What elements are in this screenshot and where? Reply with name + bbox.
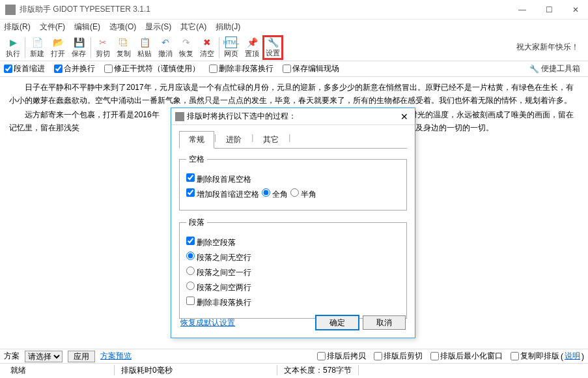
chk-del-non-para[interactable]: 删除非段落换行 [186, 297, 251, 308]
opt-copy-after[interactable]: 排版后拷贝 [317, 351, 366, 362]
bottom-bar: 方案 请选择 应用 方案预览 排版后拷贝 排版后剪切 排版后最小化窗口 复制即排… [0, 349, 588, 364]
greeting-text: 祝大家新年快乐！ [516, 42, 585, 53]
menubar: 排版(R) 文件(F) 编辑(E) 选项(O) 显示(S) 其它(A) 捐助(J… [0, 20, 588, 34]
tab-advanced[interactable]: 进阶 [216, 131, 251, 149]
restore-defaults-link[interactable]: 恢复成默认设置 [180, 317, 235, 328]
opt-copy-typeset[interactable]: 复制即排版(说明) [511, 351, 584, 362]
menu-file[interactable]: 文件(F) [40, 22, 65, 33]
opt-minimize-after[interactable]: 排版后最小化窗口 [430, 351, 503, 362]
tab-other[interactable]: 其它 [253, 131, 288, 149]
menu-display[interactable]: 显示(S) [145, 22, 171, 33]
menu-edit[interactable]: 编辑(E) [74, 22, 100, 33]
status-bar: 就绪 排版耗时0毫秒 文本长度：578字节 [0, 364, 588, 377]
wrench-icon: 🔧 [529, 65, 539, 74]
menu-options[interactable]: 选项(O) [109, 22, 136, 33]
settings-dialog: 排版时将执行以下选中的过程： ✕ 常规 | 进阶 | 其它 | 空格 删除段首尾… [171, 108, 415, 338]
opt-wrap[interactable]: 合并换行 [54, 63, 95, 74]
status-time: 排版耗时0毫秒 [115, 365, 277, 375]
radio-halfwidth[interactable]: 半角 [290, 188, 316, 200]
dialog-title: 排版时将执行以下选中的过程： [187, 111, 398, 122]
preview-link[interactable]: 方案预览 [100, 351, 132, 362]
webpage-button[interactable]: HTML网页 [221, 35, 242, 60]
app-icon [5, 5, 16, 15]
chk-del-empty-para[interactable]: 删除空段落 [186, 237, 236, 248]
clear-button[interactable]: ✖清空 [197, 35, 217, 60]
scheme-select[interactable]: 请选择 [25, 351, 63, 362]
menu-donate[interactable]: 捐助(J) [216, 22, 240, 33]
dialog-close-button[interactable]: ✕ [398, 111, 411, 122]
radio-no-blank[interactable]: 段落之间无空行 [186, 252, 251, 263]
execute-button[interactable]: ▶执行 [3, 35, 23, 60]
opt-indent[interactable]: 段首缩进 [4, 63, 45, 74]
chk-del-trailing[interactable]: 删除段首尾空格 [186, 173, 251, 185]
radio-fullwidth[interactable]: 全角 [262, 188, 288, 200]
maximize-button[interactable]: ☐ [542, 4, 557, 16]
save-button[interactable]: 💾保存 [68, 35, 89, 60]
tab-general[interactable]: 常规 [179, 131, 214, 149]
paragraph: 日子在平静和不平静中来到了2017年，元月应该是一个有点忙碌的月份，元旦的迎新，… [9, 81, 579, 107]
radio-one-blank[interactable]: 段落之间空一行 [186, 267, 251, 278]
group-paragraph: 段落 删除空段落 段落之间无空行 段落之间空一行 段落之间空两行 删除非段落换行 [179, 217, 407, 319]
apply-button[interactable]: 应用 [68, 351, 95, 362]
chk-add-indent[interactable]: 增加段首缩进空格 [186, 188, 259, 200]
new-button[interactable]: 📄新建 [27, 35, 48, 60]
redo-button[interactable]: ↷恢复 [176, 35, 197, 60]
ontop-button[interactable]: 📌置顶 [242, 35, 262, 60]
ok-button[interactable]: 确定 [316, 315, 359, 330]
dialog-tabs: 常规 | 进阶 | 其它 | [179, 130, 407, 149]
settings-button[interactable]: 🔧设置 [262, 35, 283, 60]
close-button[interactable]: ✕ [568, 4, 583, 16]
window-title: 排版助手 GIDOT TYPESETTER 3.1.1 [20, 4, 514, 15]
group-spaces: 空格 删除段首尾空格 增加段首缩进空格 全角 半角 [179, 154, 407, 211]
status-ready: 就绪 [4, 365, 115, 375]
radio-two-blank[interactable]: 段落之间空两行 [186, 282, 251, 293]
opt-delnon[interactable]: 删除非段落换行 [209, 63, 273, 74]
toolbar: ▶执行 📄新建 📂打开 💾保存 ✂剪切 ⿻复制 📋粘贴 ↶撤消 ↷恢复 ✖清空 … [0, 34, 588, 61]
status-length: 文本长度：578字节 [277, 365, 359, 375]
dialog-icon [175, 112, 184, 121]
cut-button[interactable]: ✂剪切 [92, 35, 113, 60]
opt-fix[interactable]: 修正干扰符（谨慎使用） [104, 63, 200, 74]
open-button[interactable]: 📂打开 [48, 35, 68, 60]
minimize-button[interactable]: — [514, 4, 530, 16]
explain-link[interactable]: 说明 [565, 351, 580, 362]
opt-cut-after[interactable]: 排版后剪切 [374, 351, 423, 362]
cancel-button[interactable]: 取消 [363, 315, 406, 330]
undo-button[interactable]: ↶撤消 [155, 35, 176, 60]
options-bar: 段首缩进 合并换行 修正干扰符（谨慎使用） 删除非段落换行 保存编辑现场 🔧便捷… [0, 61, 588, 77]
menu-typeset[interactable]: 排版(R) [4, 22, 31, 33]
toolbox-button[interactable]: 🔧便捷工具箱 [529, 63, 584, 74]
opt-save-scene[interactable]: 保存编辑现场 [283, 63, 339, 74]
scheme-label: 方案 [4, 351, 20, 362]
paste-button[interactable]: 📋粘贴 [134, 35, 155, 60]
menu-other[interactable]: 其它(A) [180, 22, 206, 33]
copy-button[interactable]: ⿻复制 [113, 35, 134, 60]
